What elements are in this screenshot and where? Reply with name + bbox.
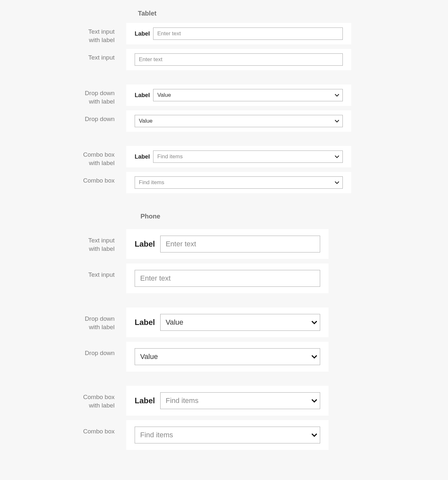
- dropdown-control[interactable]: Value: [135, 348, 320, 365]
- text-input-control[interactable]: [135, 53, 343, 66]
- chevron-down-icon: [309, 314, 320, 330]
- text-input[interactable]: [135, 274, 320, 283]
- row-description: Text input with label: [0, 229, 126, 253]
- row-phone-combobox: Combo box Find items: [0, 420, 448, 450]
- row-tablet-combobox-with-label: Combo box with label Label Find items: [0, 146, 448, 167]
- dropdown-value: Value: [135, 352, 309, 361]
- text-input-control[interactable]: [135, 270, 320, 287]
- row-phone-dropdown-with-label: Drop down with label Label Value: [0, 307, 448, 337]
- row-tablet-text-input: Text input: [0, 49, 448, 70]
- row-description: Combo box with label: [0, 386, 126, 409]
- chevron-down-icon: [309, 393, 320, 409]
- chevron-down-icon: [331, 89, 342, 101]
- combobox-placeholder: Find items: [161, 396, 309, 405]
- card-dropdown-with-label: Label Value: [126, 84, 351, 106]
- chevron-down-icon: [309, 427, 320, 443]
- row-phone-text-input-with-label: Text input with label Label: [0, 229, 448, 259]
- row-phone-text-input: Text input: [0, 263, 448, 293]
- text-input[interactable]: [161, 240, 320, 248]
- text-input-control[interactable]: [160, 236, 320, 252]
- combobox-placeholder: Find items: [135, 431, 309, 439]
- row-description: Drop down with label: [0, 84, 126, 106]
- card-combobox-with-label: Label Find items: [126, 146, 351, 167]
- dropdown-control[interactable]: Value: [153, 89, 343, 101]
- card-text-input: [126, 49, 351, 70]
- card-text-input: [126, 263, 329, 293]
- card-dropdown: Value: [126, 110, 351, 132]
- dropdown-value: Value: [161, 318, 309, 327]
- chevron-down-icon: [331, 115, 342, 127]
- row-tablet-dropdown-with-label: Drop down with label Label Value: [0, 84, 448, 106]
- row-description: Combo box: [0, 172, 126, 185]
- field-label: Label: [135, 153, 150, 160]
- chevron-down-icon: [309, 349, 320, 365]
- row-description: Drop down with label: [0, 307, 126, 331]
- chevron-down-icon: [331, 151, 342, 162]
- dropdown-control[interactable]: Value: [135, 115, 343, 127]
- card-combobox-with-label: Label Find items: [126, 386, 329, 416]
- row-phone-dropdown: Drop down Value: [0, 342, 448, 372]
- row-description: Combo box with label: [0, 146, 126, 167]
- row-description: Combo box: [0, 420, 126, 436]
- dropdown-control[interactable]: Value: [160, 314, 320, 331]
- row-tablet-dropdown: Drop down Value: [0, 110, 448, 132]
- section-heading-tablet: Tablet: [138, 10, 448, 17]
- row-description: Drop down: [0, 342, 126, 357]
- text-input[interactable]: [135, 56, 342, 63]
- card-text-input-with-label: Label: [126, 229, 329, 259]
- row-phone-combobox-with-label: Combo box with label Label Find items: [0, 386, 448, 416]
- combobox-control[interactable]: Find items: [135, 176, 343, 189]
- combobox-control[interactable]: Find items: [160, 392, 320, 409]
- combobox-control[interactable]: Find items: [135, 427, 320, 443]
- field-label: Label: [135, 92, 150, 99]
- card-dropdown-with-label: Label Value: [126, 307, 329, 337]
- card-dropdown: Value: [126, 342, 329, 372]
- combobox-control[interactable]: Find items: [153, 151, 343, 163]
- section-heading-phone: Phone: [140, 213, 448, 220]
- row-tablet-combobox: Combo box Find items: [0, 172, 448, 193]
- field-label: Label: [135, 396, 155, 405]
- dropdown-value: Value: [135, 118, 331, 124]
- dropdown-value: Value: [153, 92, 331, 98]
- card-combobox: Find items: [126, 172, 351, 193]
- combobox-placeholder: Find items: [135, 179, 331, 186]
- text-input-control[interactable]: [153, 28, 343, 40]
- field-label: Label: [135, 30, 150, 37]
- field-label: Label: [135, 240, 155, 249]
- chevron-down-icon: [331, 177, 342, 188]
- card-text-input-with-label: Label: [126, 23, 351, 44]
- row-tablet-text-input-with-label: Text input with label Label: [0, 23, 448, 44]
- field-label: Label: [135, 318, 155, 327]
- card-combobox: Find items: [126, 420, 329, 450]
- row-description: Text input with label: [0, 23, 126, 44]
- combobox-placeholder: Find items: [153, 153, 331, 160]
- text-input[interactable]: [153, 30, 342, 37]
- row-description: Drop down: [0, 110, 126, 123]
- row-description: Text input: [0, 263, 126, 279]
- row-description: Text input: [0, 49, 126, 62]
